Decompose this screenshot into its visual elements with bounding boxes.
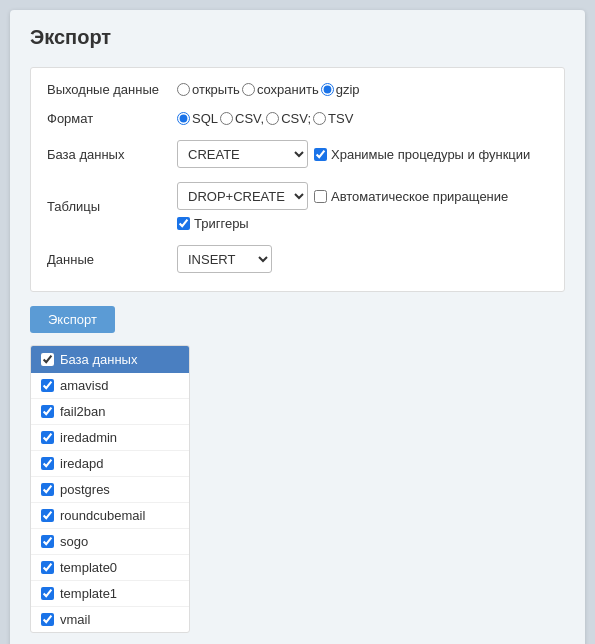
data-label: Данные [47,252,177,267]
output-row: Выходные данные открыть сохранить gzip [47,82,548,97]
stored-proc-group: Хранимые процедуры и функции [314,147,530,162]
db-name-sogo: sogo [60,534,88,549]
radio-sql-label[interactable]: SQL [177,111,218,126]
database-controls: CREATE DROP+CREATE None Хранимые процеду… [177,140,530,168]
db-name-template1: template1 [60,586,117,601]
export-form: Выходные данные открыть сохранить gzip [30,67,565,292]
export-button[interactable]: Экспорт [30,306,115,333]
stored-proc-checkbox[interactable] [314,148,327,161]
output-controls: открыть сохранить gzip [177,82,360,97]
db-name-fail2ban: fail2ban [60,404,106,419]
format-row: Формат SQL CSV, CSV; [47,111,548,126]
tables-controls: DROP+CREATE CREATE None Автоматическое п… [177,182,548,231]
checkbox-sogo[interactable] [41,535,54,548]
data-row: Данные INSERT UPDATE REPLACE None [47,245,548,273]
database-select[interactable]: CREATE DROP+CREATE None [177,140,308,168]
auto-increment-group: Автоматическое приращение [314,189,508,204]
radio-sql[interactable] [177,112,190,125]
radio-sql-text: SQL [192,111,218,126]
list-item[interactable]: postgres [31,477,189,503]
db-name-amavisd: amavisd [60,378,108,393]
radio-csv-semi[interactable] [266,112,279,125]
db-list-header-checkbox[interactable] [41,353,54,366]
triggers-checkbox[interactable] [177,217,190,230]
page-title: Экспорт [30,26,565,49]
output-label: Выходные данные [47,82,177,97]
checkbox-roundcubemail[interactable] [41,509,54,522]
list-item[interactable]: vmail [31,607,189,632]
list-item[interactable]: iredapd [31,451,189,477]
radio-gzip[interactable] [321,83,334,96]
triggers-label: Триггеры [194,216,249,231]
tables-select[interactable]: DROP+CREATE CREATE None [177,182,308,210]
db-name-postgres: postgres [60,482,110,497]
radio-save[interactable] [242,83,255,96]
radio-open-label[interactable]: открыть [177,82,240,97]
list-item[interactable]: amavisd [31,373,189,399]
format-label: Формат [47,111,177,126]
radio-open-text: открыть [192,82,240,97]
radio-save-text: сохранить [257,82,319,97]
db-name-template0: template0 [60,560,117,575]
db-list-header-label: База данных [60,352,137,367]
export-card: Экспорт Выходные данные открыть сохранит… [10,10,585,644]
format-radio-group: SQL CSV, CSV; TSV [177,111,353,126]
database-row: База данных CREATE DROP+CREATE None Хран… [47,140,548,168]
data-select[interactable]: INSERT UPDATE REPLACE None [177,245,272,273]
list-item[interactable]: template1 [31,581,189,607]
list-item[interactable]: fail2ban [31,399,189,425]
data-controls: INSERT UPDATE REPLACE None [177,245,272,273]
radio-csv-comma[interactable] [220,112,233,125]
db-list: База данных amavisd fail2ban iredadmin i… [30,345,190,633]
list-item[interactable]: iredadmin [31,425,189,451]
checkbox-vmail[interactable] [41,613,54,626]
radio-csv-semi-text: CSV; [281,111,311,126]
db-list-header: База данных [31,346,189,373]
radio-tsv-label[interactable]: TSV [313,111,353,126]
list-item[interactable]: roundcubemail [31,503,189,529]
format-controls: SQL CSV, CSV; TSV [177,111,353,126]
radio-save-label[interactable]: сохранить [242,82,319,97]
db-name-roundcubemail: roundcubemail [60,508,145,523]
radio-csv-semi-label[interactable]: CSV; [266,111,311,126]
db-name-iredapd: iredapd [60,456,103,471]
checkbox-amavisd[interactable] [41,379,54,392]
stored-proc-label: Хранимые процедуры и функции [331,147,530,162]
list-item[interactable]: sogo [31,529,189,555]
checkbox-fail2ban[interactable] [41,405,54,418]
radio-open[interactable] [177,83,190,96]
db-name-vmail: vmail [60,612,90,627]
database-label: База данных [47,147,177,162]
checkbox-iredadmin[interactable] [41,431,54,444]
tables-row: Таблицы DROP+CREATE CREATE None Автомати… [47,182,548,231]
radio-csv-comma-label[interactable]: CSV, [220,111,264,126]
db-name-iredadmin: iredadmin [60,430,117,445]
auto-increment-label: Автоматическое приращение [331,189,508,204]
checkbox-template1[interactable] [41,587,54,600]
radio-tsv[interactable] [313,112,326,125]
tables-label: Таблицы [47,199,177,214]
auto-increment-checkbox[interactable] [314,190,327,203]
radio-gzip-text: gzip [336,82,360,97]
list-item[interactable]: template0 [31,555,189,581]
checkbox-postgres[interactable] [41,483,54,496]
radio-tsv-text: TSV [328,111,353,126]
output-radio-group: открыть сохранить gzip [177,82,360,97]
radio-csv-comma-text: CSV, [235,111,264,126]
triggers-group: Триггеры [177,216,249,231]
radio-gzip-label[interactable]: gzip [321,82,360,97]
checkbox-iredapd[interactable] [41,457,54,470]
checkbox-template0[interactable] [41,561,54,574]
